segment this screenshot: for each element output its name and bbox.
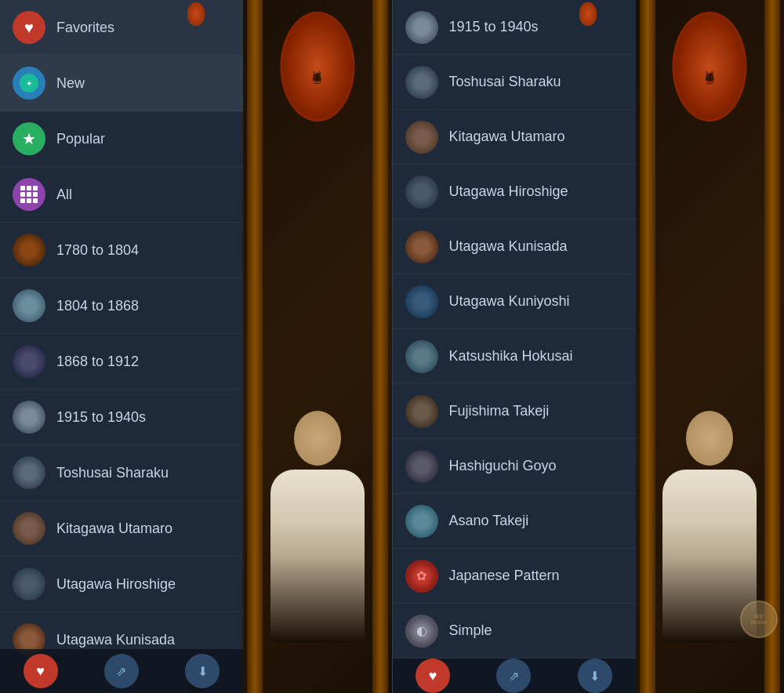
- heart-icon: ♥: [36, 663, 45, 680]
- figure-head: [294, 411, 341, 466]
- r-list-item-kuniyoshi[interactable]: Utagawa Kuniyoshi: [393, 274, 636, 329]
- popular-label: Popular: [56, 131, 105, 147]
- list-item-kitagawa[interactable]: Kitagawa Utamaro: [0, 501, 243, 557]
- r-label-japanese: Japanese Pattern: [449, 568, 560, 584]
- r-download-button[interactable]: ⬇: [578, 659, 612, 693]
- r-label-simple: Simple: [449, 622, 492, 639]
- right-action-bar: ♥ ⇗ ⬇: [393, 659, 636, 693]
- r-share-button[interactable]: ⇗: [496, 659, 531, 693]
- right-pillar: [372, 0, 388, 693]
- watermark-text-2: motion: [750, 619, 767, 626]
- r-avatar-1915: [405, 11, 438, 44]
- download-button[interactable]: ⬇: [185, 654, 220, 688]
- r-kanji-title: 誠忠義士: [702, 60, 718, 74]
- r-avatar-simple: ◐: [405, 615, 438, 648]
- avatar-1780: [13, 234, 45, 267]
- r-list-item-simple[interactable]: ◐ Simple: [393, 604, 636, 659]
- right-artwork: 誠忠義士 app motion: [636, 0, 785, 693]
- grid-icon: [20, 186, 38, 203]
- r-avatar-japanese: ✿: [405, 560, 438, 593]
- r-share-icon: ⇗: [509, 669, 519, 684]
- r-list-item-japanese[interactable]: ✿ Japanese Pattern: [393, 549, 636, 604]
- new-icon: ✦: [13, 67, 45, 100]
- r-label-katsushika: Katsushika Hokusai: [449, 348, 573, 365]
- nav-popular[interactable]: ★ Popular: [0, 111, 243, 167]
- r-title-oval: 誠忠義士: [673, 12, 747, 122]
- r-figure-head: [686, 411, 733, 466]
- avatar-utagawa-h: [13, 568, 45, 600]
- r-list-item-kitagawa[interactable]: Kitagawa Utamaro: [393, 110, 636, 165]
- right-sidebar: 1915 to 1940s Toshusai Sharaku Kitagawa …: [393, 0, 636, 693]
- label-1780: 1780 to 1804: [56, 242, 139, 259]
- r-label-kuniyoshi: Utagawa Kuniyoshi: [449, 293, 570, 310]
- download-icon: ⬇: [198, 664, 208, 679]
- nav-all[interactable]: All: [0, 167, 243, 223]
- r-list-item-toshusai[interactable]: Toshusai Sharaku: [393, 55, 636, 110]
- avatar-1804: [13, 289, 45, 322]
- r-list-item-asano[interactable]: Asano Takeji: [393, 494, 636, 549]
- share-icon: ⇗: [116, 664, 126, 679]
- r-label-1915: 1915 to 1940s: [449, 19, 539, 35]
- label-utagawa-h: Utagawa Hiroshige: [56, 576, 176, 593]
- popular-icon: ★: [13, 122, 45, 155]
- r-avatar-toshusai: [405, 66, 438, 99]
- label-kitagawa: Kitagawa Utamaro: [56, 521, 172, 537]
- r-list-item-utagawa-k[interactable]: Utagawa Kunisada: [393, 220, 636, 274]
- share-button[interactable]: ⇗: [104, 654, 139, 688]
- r-list-item-hashiguchi[interactable]: Hashiguchi Goyo: [393, 439, 636, 494]
- r-avatar-fujishima: [405, 395, 438, 428]
- favorites-label: Favorites: [56, 20, 114, 36]
- nav-favorites[interactable]: ♥ Favorites: [0, 0, 243, 56]
- r-avatar-katsushika: [405, 340, 438, 373]
- label-utagawa-k: Utagawa Kunisada: [56, 632, 175, 648]
- left-pillar: [247, 0, 263, 693]
- r-avatar-utagawa-h: [405, 176, 438, 209]
- r-label-toshusai: Toshusai Sharaku: [449, 74, 561, 90]
- heart-button[interactable]: ♥: [24, 654, 58, 688]
- r-label-fujishima: Fujishima Takeji: [449, 403, 550, 419]
- r-avatar-kitagawa: [405, 121, 438, 154]
- avatar-toshusai: [13, 456, 45, 489]
- favorites-icon: ♥: [13, 11, 45, 44]
- r-label-asano: Asano Takeji: [449, 513, 529, 529]
- right-panel: 1915 to 1940s Toshusai Sharaku Kitagawa …: [393, 0, 785, 693]
- title-oval: 誠忠義士: [280, 12, 354, 122]
- all-icon: [13, 178, 45, 211]
- r-avatar-hashiguchi: [405, 450, 438, 483]
- r-label-kitagawa: Kitagawa Utamaro: [449, 129, 565, 145]
- r-list-item-fujishima[interactable]: Fujishima Takeji: [393, 384, 636, 439]
- list-item-1804[interactable]: 1804 to 1868: [0, 278, 243, 334]
- r-avatar-asano: [405, 505, 438, 538]
- woodblock-art: 誠忠義士: [243, 0, 392, 693]
- list-item-toshusai[interactable]: Toshusai Sharaku: [0, 445, 243, 501]
- r-list-item-1915[interactable]: 1915 to 1940s: [393, 0, 636, 55]
- r-label-utagawa-h: Utagawa Hiroshige: [449, 183, 568, 200]
- r-label-utagawa-k: Utagawa Kunisada: [449, 238, 568, 255]
- r-heart-icon: ♥: [429, 668, 437, 684]
- r-avatar-utagawa-k: [405, 230, 438, 263]
- r-list-item-utagawa-h[interactable]: Utagawa Hiroshige: [393, 165, 636, 220]
- avatar-kitagawa: [13, 512, 45, 545]
- figure-robe: [270, 470, 365, 642]
- nav-new[interactable]: ✦ New: [0, 56, 243, 111]
- figure-area: [267, 411, 368, 646]
- r-heart-button[interactable]: ♥: [416, 659, 450, 693]
- r-left-pillar: [640, 0, 655, 693]
- label-1868: 1868 to 1912: [56, 354, 139, 370]
- kanji-title: 誠忠義士: [309, 60, 325, 74]
- list-item-utagawa-h[interactable]: Utagawa Hiroshige: [0, 557, 243, 612]
- r-right-pillar: [764, 0, 780, 693]
- list-item-1915[interactable]: 1915 to 1940s: [0, 390, 243, 445]
- label-toshusai: Toshusai Sharaku: [56, 465, 169, 481]
- watermark: app motion: [740, 600, 778, 638]
- label-1915: 1915 to 1940s: [56, 409, 146, 426]
- new-label: New: [56, 75, 85, 92]
- left-artwork: 誠忠義士: [243, 0, 392, 693]
- new-badge: ✦: [20, 74, 38, 93]
- list-item-1780[interactable]: 1780 to 1804: [0, 223, 243, 278]
- list-item-1868[interactable]: 1868 to 1912: [0, 334, 243, 390]
- r-list-item-katsushika[interactable]: Katsushika Hokusai: [393, 329, 636, 384]
- r-label-hashiguchi: Hashiguchi Goyo: [449, 458, 557, 474]
- left-action-bar: ♥ ⇗ ⬇: [0, 649, 243, 693]
- r-download-icon: ⬇: [590, 669, 600, 684]
